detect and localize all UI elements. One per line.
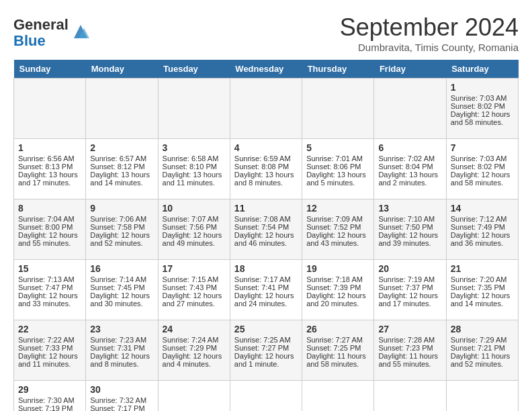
table-row: 26Sunrise: 7:27 AMSunset: 7:25 PMDayligh… (302, 320, 374, 381)
col-tuesday: Tuesday (158, 60, 230, 79)
table-row: 10Sunrise: 7:07 AMSunset: 7:56 PMDayligh… (158, 199, 230, 260)
table-row (302, 381, 374, 412)
table-row: 14Sunrise: 7:12 AMSunset: 7:49 PMDayligh… (446, 199, 518, 260)
table-row (86, 79, 158, 139)
title-section: September 2024 Dumbravita, Timis County,… (340, 13, 519, 53)
table-row: 22Sunrise: 7:22 AMSunset: 7:33 PMDayligh… (14, 320, 86, 381)
table-row: 17Sunrise: 7:15 AMSunset: 7:43 PMDayligh… (158, 260, 230, 320)
table-row: 8Sunrise: 7:04 AMSunset: 8:00 PMDaylight… (14, 199, 86, 260)
table-row: 3Sunrise: 6:58 AMSunset: 8:10 PMDaylight… (158, 139, 230, 199)
table-row: 25Sunrise: 7:25 AMSunset: 7:27 PMDayligh… (230, 320, 302, 381)
location: Dumbravita, Timis County, Romania (340, 42, 519, 53)
table-row (374, 79, 446, 139)
table-row (230, 381, 302, 412)
table-row (158, 381, 230, 412)
col-sunday: Sunday (14, 60, 86, 79)
table-row: 13Sunrise: 7:10 AMSunset: 7:50 PMDayligh… (374, 199, 446, 260)
col-thursday: Thursday (302, 60, 374, 79)
logo-text: General Blue (13, 17, 69, 49)
table-row: 5Sunrise: 7:01 AMSunset: 8:06 PMDaylight… (302, 139, 374, 199)
table-row: 16Sunrise: 7:14 AMSunset: 7:45 PMDayligh… (86, 260, 158, 320)
table-row: 24Sunrise: 7:24 AMSunset: 7:29 PMDayligh… (158, 320, 230, 381)
table-row (302, 79, 374, 139)
table-row: 21Sunrise: 7:20 AMSunset: 7:35 PMDayligh… (446, 260, 518, 320)
col-monday: Monday (86, 60, 158, 79)
table-row: 2Sunrise: 6:57 AMSunset: 8:12 PMDaylight… (86, 139, 158, 199)
table-row (230, 79, 302, 139)
table-row (374, 381, 446, 412)
logo-general: General (13, 16, 69, 33)
table-row: 1Sunrise: 7:03 AMSunset: 8:02 PMDaylight… (446, 79, 518, 139)
col-friday: Friday (374, 60, 446, 79)
calendar-table: Sunday Monday Tuesday Wednesday Thursday… (13, 60, 519, 411)
table-row: 4Sunrise: 6:59 AMSunset: 8:08 PMDaylight… (230, 139, 302, 199)
logo-icon (71, 21, 91, 42)
table-row: 29Sunrise: 7:30 AMSunset: 7:19 PMDayligh… (14, 381, 86, 412)
table-row: 15Sunrise: 7:13 AMSunset: 7:47 PMDayligh… (14, 260, 86, 320)
table-row: 6Sunrise: 7:02 AMSunset: 8:04 PMDaylight… (374, 139, 446, 199)
calendar-header-row: Sunday Monday Tuesday Wednesday Thursday… (14, 60, 519, 79)
table-row: 18Sunrise: 7:17 AMSunset: 7:41 PMDayligh… (230, 260, 302, 320)
logo: General Blue (13, 17, 91, 49)
table-row: 19Sunrise: 7:18 AMSunset: 7:39 PMDayligh… (302, 260, 374, 320)
table-row: 20Sunrise: 7:19 AMSunset: 7:37 PMDayligh… (374, 260, 446, 320)
table-row: 27Sunrise: 7:28 AMSunset: 7:23 PMDayligh… (374, 320, 446, 381)
table-row (446, 381, 518, 412)
page-header: General Blue September 2024 Dumbravita, … (13, 13, 519, 53)
table-row: 9Sunrise: 7:06 AMSunset: 7:58 PMDaylight… (86, 199, 158, 260)
table-row: 7Sunrise: 7:03 AMSunset: 8:02 PMDaylight… (446, 139, 518, 199)
table-row: 1Sunrise: 6:56 AMSunset: 8:13 PMDaylight… (14, 139, 86, 199)
table-row: 28Sunrise: 7:29 AMSunset: 7:21 PMDayligh… (446, 320, 518, 381)
table-row: 11Sunrise: 7:08 AMSunset: 7:54 PMDayligh… (230, 199, 302, 260)
month-title: September 2024 (340, 13, 519, 42)
table-row (14, 79, 86, 139)
table-row: 12Sunrise: 7:09 AMSunset: 7:52 PMDayligh… (302, 199, 374, 260)
table-row (158, 79, 230, 139)
col-wednesday: Wednesday (230, 60, 302, 79)
table-row: 23Sunrise: 7:23 AMSunset: 7:31 PMDayligh… (86, 320, 158, 381)
table-row: 30Sunrise: 7:32 AMSunset: 7:17 PMDayligh… (86, 381, 158, 412)
col-saturday: Saturday (446, 60, 518, 79)
logo-blue: Blue (13, 32, 46, 49)
